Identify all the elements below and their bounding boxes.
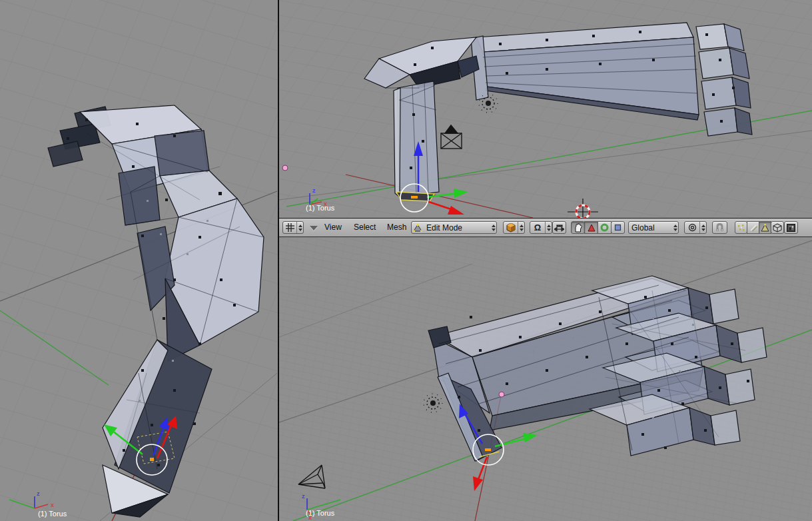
collapse-menus-icon[interactable] xyxy=(310,226,318,231)
translate-manipulator-button[interactable] xyxy=(584,221,598,234)
occlude-geometry-button[interactable] xyxy=(771,221,784,234)
stepper-arrows[interactable] xyxy=(518,222,524,233)
svg-text:z: z xyxy=(37,490,40,497)
face-select-icon xyxy=(759,222,771,233)
scale-manipulator-button[interactable] xyxy=(611,221,625,234)
viewport-top-right[interactable]: z x (1) Torus xyxy=(279,0,812,218)
svg-text:z: z xyxy=(312,187,316,194)
grid-3d-viewport-icon xyxy=(283,222,296,233)
viewport-left-canvas[interactable]: z x (1) Torus xyxy=(0,0,278,521)
mode-dropdown-value: Edit Mode xyxy=(424,223,490,233)
stepper-arrows[interactable] xyxy=(545,222,552,233)
orientation-dropdown-value: Global xyxy=(629,223,672,233)
viewport-top-canvas[interactable]: z x (1) Torus xyxy=(279,0,812,218)
move-centers-button[interactable] xyxy=(552,221,566,234)
proportional-edit-dropdown[interactable] xyxy=(684,221,707,234)
rotation-pivot-icon: Ω xyxy=(530,222,545,233)
object-center-dot xyxy=(282,165,288,171)
manipulator-toggle-button[interactable] xyxy=(571,221,585,234)
viewport-label: (1) Torus xyxy=(306,509,335,517)
move-object-centers-icon xyxy=(553,222,566,233)
shading-dropdown[interactable] xyxy=(503,221,525,234)
snap-button[interactable] xyxy=(712,221,727,234)
svg-text:x: x xyxy=(51,502,54,508)
edge-select-icon xyxy=(747,222,759,233)
median-point xyxy=(485,448,491,451)
vertex-select-icon xyxy=(735,222,747,233)
editmode-triangle-icon xyxy=(412,222,424,233)
pivot-dropdown[interactable]: Ω xyxy=(530,221,552,234)
scale-manipulator-icon xyxy=(611,222,624,233)
viewport-left[interactable]: z x (1) Torus xyxy=(0,0,278,521)
viewport-type-dropdown[interactable] xyxy=(282,221,304,234)
hand-manipulator-icon xyxy=(572,222,584,233)
render-this-window-icon xyxy=(785,222,797,233)
face-select-button[interactable] xyxy=(759,221,771,234)
menu-view[interactable]: View xyxy=(324,223,342,232)
stepper-arrows[interactable] xyxy=(672,222,678,233)
stepper-arrows[interactable] xyxy=(699,222,706,233)
viewport-bottom-canvas[interactable]: z x (1) Torus xyxy=(279,237,812,521)
orientation-dropdown[interactable]: Global xyxy=(628,221,679,234)
object-center-dot xyxy=(499,392,504,397)
menu-select[interactable]: Select xyxy=(354,223,376,232)
translate-manipulator-icon xyxy=(585,222,598,233)
viewport-header: View Select Mesh Edit Mode xyxy=(279,218,812,237)
rotate-manipulator-icon xyxy=(598,222,611,233)
vertex-select-button[interactable] xyxy=(735,221,747,234)
proportional-edit-icon xyxy=(685,222,699,233)
blender-window: z x (1) Torus xyxy=(0,0,812,521)
viewport-label: (1) Torus xyxy=(306,204,335,212)
svg-text:z: z xyxy=(302,493,305,500)
stepper-arrows[interactable] xyxy=(296,222,303,233)
edge-select-button[interactable] xyxy=(747,221,759,234)
viewport-label: (1) Torus xyxy=(38,510,67,518)
solid-shading-cube-icon xyxy=(504,222,518,233)
median-point xyxy=(150,458,154,461)
median-point xyxy=(411,196,418,199)
rotate-manipulator-button[interactable] xyxy=(598,221,611,234)
stepper-arrows[interactable] xyxy=(490,222,496,233)
occlude-geometry-icon xyxy=(771,222,783,233)
mode-dropdown[interactable]: Edit Mode xyxy=(411,221,497,234)
render-window-button[interactable] xyxy=(784,221,798,234)
menu-mesh[interactable]: Mesh xyxy=(387,223,406,232)
viewport-bottom-right[interactable]: z x (1) Torus xyxy=(279,237,812,521)
snap-magnet-icon xyxy=(713,222,727,233)
